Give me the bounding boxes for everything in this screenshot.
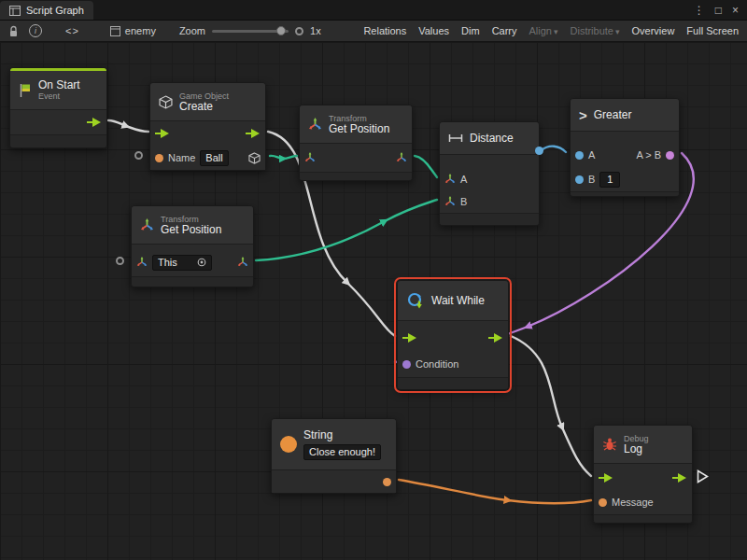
overview-button[interactable]: Overview: [632, 25, 675, 36]
name-input-port[interactable]: [155, 154, 163, 162]
flow-port-row: [594, 466, 692, 490]
string-output-port[interactable]: [383, 478, 391, 486]
node-title: String: [303, 429, 381, 441]
node-title: On Start: [38, 79, 80, 91]
flow-cursor-icon: [697, 469, 709, 483]
tab-script-graph[interactable]: Script Graph: [0, 1, 93, 20]
dim-button[interactable]: Dim: [461, 25, 480, 36]
node-title: Log: [624, 443, 649, 455]
info-icon[interactable]: i: [29, 24, 42, 37]
flow-port-row: [150, 121, 265, 146]
align-dropdown[interactable]: Align▾: [529, 25, 558, 36]
port-label: B: [588, 174, 595, 185]
value-port-row: B 1: [571, 167, 679, 191]
node-footer: [132, 276, 253, 287]
name-field[interactable]: Ball: [200, 150, 228, 166]
maximize-icon[interactable]: □: [715, 4, 722, 17]
node-category: Transform: [161, 215, 221, 224]
vector-input-port-b[interactable]: [444, 196, 456, 207]
node-debug-log[interactable]: Debug Log Message: [593, 425, 693, 524]
port-label: Message: [612, 497, 654, 508]
node-category: Transform: [329, 114, 389, 123]
vector-output-port[interactable]: [396, 152, 407, 163]
unconnected-port-indicator[interactable]: [116, 257, 124, 265]
flow-output-port[interactable]: [87, 118, 102, 127]
condition-input-port[interactable]: [402, 360, 411, 369]
distance-output-port[interactable]: [535, 147, 543, 155]
value-port-row: Message: [594, 490, 692, 514]
node-category: Game Object: [179, 91, 229, 101]
port-label: Condition: [416, 358, 458, 370]
node-title: Get Position: [329, 123, 389, 135]
a-input-port[interactable]: [575, 151, 584, 160]
distribute-dropdown[interactable]: Distribute▾: [571, 25, 620, 36]
node-get-position-1[interactable]: Transform Get Position: [299, 105, 413, 181]
flow-output-port[interactable]: [672, 473, 687, 483]
flow-input-port[interactable]: [402, 333, 417, 343]
flow-output-port[interactable]: [246, 129, 261, 138]
zoom-slider[interactable]: [212, 30, 289, 33]
field-value: This: [158, 257, 177, 269]
lock-icon[interactable]: [8, 25, 19, 37]
node-greater[interactable]: > Greater A A > B B 1: [570, 98, 680, 197]
vector-input-port-a[interactable]: [444, 174, 456, 185]
chevron-down-icon: ▾: [554, 27, 558, 36]
node-string-literal[interactable]: String Close enough!: [271, 418, 397, 494]
vector-output-port[interactable]: [237, 257, 248, 268]
value-port-row: This: [132, 248, 253, 276]
node-footer: [440, 213, 539, 225]
flow-input-port[interactable]: [155, 129, 170, 138]
result-output-port[interactable]: [666, 151, 674, 160]
b-input-port[interactable]: [575, 175, 584, 184]
object-picker-icon[interactable]: [197, 258, 206, 267]
this-field[interactable]: This: [152, 255, 212, 271]
node-on-start-event[interactable]: On Start Event: [9, 67, 107, 148]
graph-asset-icon: [110, 26, 120, 36]
port-row: [10, 110, 106, 134]
flag-icon: [19, 83, 32, 98]
value-port-row: [272, 470, 396, 493]
distance-icon: [448, 133, 463, 143]
window-menu-icon[interactable]: ⋮: [694, 4, 705, 17]
transform-input-port[interactable]: [136, 257, 148, 268]
zoom-slider-handle[interactable]: [276, 26, 286, 35]
node-title: Get Position: [161, 224, 221, 236]
script-graph-icon: [9, 6, 21, 16]
string-value-field[interactable]: Close enough!: [303, 444, 381, 460]
b-value-field[interactable]: 1: [599, 172, 620, 188]
flow-output-port[interactable]: [488, 333, 503, 343]
graph-breadcrumb[interactable]: enemy: [110, 25, 156, 36]
port-label: A: [588, 149, 595, 161]
node-category: Debug: [624, 434, 649, 443]
gameobject-output-port[interactable]: [248, 152, 261, 164]
port-label: A: [460, 174, 467, 185]
node-get-position-2[interactable]: Transform Get Position This: [131, 205, 254, 287]
carry-button[interactable]: Carry: [492, 25, 517, 36]
window-titlebar: Script Graph ⋮ □ ×: [0, 0, 747, 21]
flow-port-row: [398, 325, 508, 351]
cube-icon: [159, 95, 173, 109]
value-port-row: A A > B: [571, 143, 679, 167]
node-distance[interactable]: Distance A B: [439, 121, 540, 226]
node-title: Wait While: [431, 295, 485, 307]
port-label: B: [460, 196, 467, 207]
node-wait-while[interactable]: Wait While Condition: [397, 280, 509, 390]
relations-button[interactable]: Relations: [363, 25, 406, 36]
string-icon: [280, 436, 297, 453]
value-port-row: B: [440, 190, 539, 213]
full-screen-button[interactable]: Full Screen: [686, 25, 739, 36]
transform-input-port[interactable]: [304, 152, 316, 163]
close-icon[interactable]: ×: [732, 4, 739, 17]
unconnected-port-indicator[interactable]: [134, 151, 143, 160]
transform-icon: [140, 218, 154, 232]
node-gameobject-create[interactable]: Game Object Create Name Ball: [149, 82, 266, 171]
flow-input-port[interactable]: [599, 473, 613, 483]
node-title: Create: [179, 101, 229, 113]
zoom-value: 1x: [310, 25, 321, 36]
message-input-port[interactable]: [599, 498, 607, 507]
zoom-reset-icon[interactable]: [295, 27, 303, 35]
node-subtitle: Event: [38, 91, 80, 101]
code-icon[interactable]: <>: [65, 25, 79, 36]
values-button[interactable]: Values: [418, 25, 449, 36]
greater-icon: >: [579, 107, 587, 123]
